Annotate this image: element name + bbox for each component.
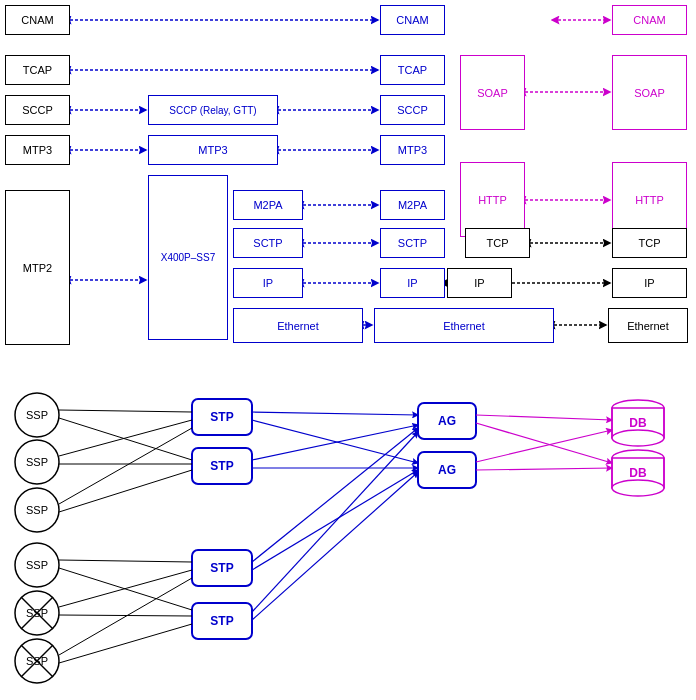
svg-text:DB: DB [629,416,647,430]
x400p-box: X400P–SS7 [148,175,228,340]
svg-point-19 [15,440,59,484]
svg-line-70 [252,420,418,463]
ethernet-box-3: Ethernet [374,308,554,343]
svg-line-63 [59,560,192,562]
svg-line-79 [476,430,612,462]
ethernet-box-4: Ethernet [608,308,688,343]
svg-rect-37 [192,550,252,586]
soap-box-3: SOAP [460,55,525,130]
svg-line-66 [59,615,192,616]
svg-line-77 [476,415,612,420]
svg-rect-41 [418,403,476,439]
ethernet-box-2: Ethernet [233,308,363,343]
svg-text:SSP: SSP [26,409,48,421]
svg-line-61 [59,428,192,504]
svg-line-78 [476,423,612,463]
cnam-box-3: CNAM [380,5,445,35]
svg-point-23 [15,543,59,587]
cnam-box-4: CNAM [612,5,687,35]
svg-text:STP: STP [210,410,233,424]
mtp3-box-3: MTP3 [380,135,445,165]
m2pa-box-2: M2PA [233,190,303,220]
ip-box-2: IP [233,268,303,298]
sccp-relay-box: SCCP (Relay, GTT) [148,95,278,125]
svg-text:AG: AG [438,414,456,428]
svg-line-64 [59,568,192,610]
soap-box-4: SOAP [612,55,687,130]
svg-text:SSP: SSP [26,559,48,571]
sccp-box-3: SCCP [380,95,445,125]
svg-line-28 [21,597,53,629]
svg-rect-43 [418,452,476,488]
svg-line-73 [252,428,418,562]
svg-point-17 [15,393,59,437]
tcp-box-3: TCP [465,228,530,258]
svg-line-69 [252,412,418,415]
sctp-box-3: SCTP [380,228,445,258]
svg-line-67 [59,578,192,655]
svg-text:SSP: SSP [26,504,48,516]
svg-rect-46 [612,408,664,438]
svg-point-55 [612,480,664,496]
http-box-3: HTTP [460,162,525,237]
svg-text:AG: AG [438,463,456,477]
svg-line-58 [59,418,192,460]
mtp3-box-1: MTP3 [5,135,70,165]
main-diagram: SSP SSP SSP SSP SSP SSP STP STP STP STP [0,0,696,700]
ip-box-4: IP [612,268,687,298]
cnam-box-1: CNAM [5,5,70,35]
svg-point-51 [612,450,664,466]
m2pa-box-3: M2PA [380,190,445,220]
connections-svg: SSP SSP SSP SSP SSP SSP STP STP STP STP [0,0,696,700]
svg-line-62 [59,470,192,512]
svg-line-27 [21,597,53,629]
svg-line-68 [59,624,192,663]
svg-text:STP: STP [210,614,233,628]
svg-line-74 [252,470,418,570]
ip-box-3b: IP [447,268,512,298]
ip-box-3: IP [380,268,445,298]
svg-text:SSP: SSP [26,655,48,667]
svg-line-32 [21,645,53,677]
svg-text:STP: STP [210,561,233,575]
svg-text:SSP: SSP [26,456,48,468]
svg-point-21 [15,488,59,532]
svg-point-45 [612,400,664,416]
svg-line-80 [476,468,612,470]
svg-line-57 [59,410,192,412]
svg-line-59 [59,420,192,456]
svg-line-71 [252,425,418,460]
svg-line-65 [59,570,192,607]
svg-rect-39 [192,603,252,639]
svg-line-75 [252,432,418,612]
tcp-box-4: TCP [612,228,687,258]
sctp-box-2: SCTP [233,228,303,258]
svg-text:SSP: SSP [26,607,48,619]
sccp-box-1: SCCP [5,95,70,125]
svg-text:STP: STP [210,459,233,473]
svg-point-25 [15,591,59,635]
mtp3-box-2: MTP3 [148,135,278,165]
svg-text:DB: DB [629,466,647,480]
svg-rect-33 [192,399,252,435]
tcap-box-3: TCAP [380,55,445,85]
svg-rect-35 [192,448,252,484]
svg-point-29 [15,639,59,683]
svg-line-76 [252,472,418,620]
svg-line-31 [21,645,53,677]
svg-rect-52 [612,458,664,488]
http-box-4: HTTP [612,162,687,237]
svg-point-49 [612,430,664,446]
mtp2-box-1: MTP2 [5,190,70,345]
tcap-box-1: TCAP [5,55,70,85]
